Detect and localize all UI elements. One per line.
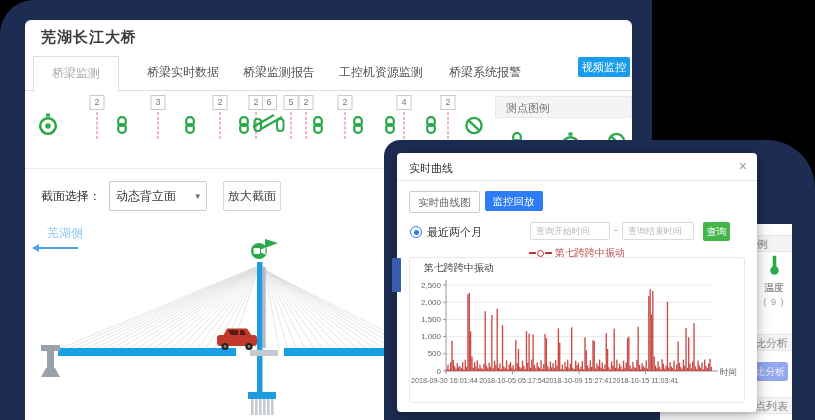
vibration-chart: 05001,0001,5002,0002,5002018-09-30 16:01… <box>410 275 744 403</box>
svg-text:2018-10-05 05:17:54: 2018-10-05 05:17:54 <box>479 376 546 385</box>
bridge-deck-left <box>58 348 236 356</box>
legend-marker-icon <box>529 252 536 254</box>
tab-monitor-playback[interactable]: 监控回放 <box>485 191 543 211</box>
temperature-label: 温度 <box>756 281 792 295</box>
svg-text:500: 500 <box>428 349 442 358</box>
recent-two-months-label: 最近两个月 <box>427 225 482 240</box>
legend-circle-icon <box>537 250 544 257</box>
query-button[interactable]: 查询 <box>703 222 730 241</box>
bridge-tower-back <box>263 267 266 348</box>
close-icon[interactable]: × <box>739 158 747 174</box>
svg-text:2018-09-30 16:01:44: 2018-09-30 16:01:44 <box>411 376 478 385</box>
temperature-count: ( 9 ) <box>756 297 792 307</box>
modal-header: 实时曲线 × <box>397 153 757 181</box>
chart-title: 第七跨跨中振动 <box>424 261 494 275</box>
bridge-tower <box>257 262 263 392</box>
start-time-input[interactable] <box>530 222 610 240</box>
bridge-abutment <box>41 345 60 377</box>
chart-panel: 第七跨跨中振动 05001,0001,5002,0002,5002018-09-… <box>409 257 745 403</box>
date-separator: - <box>611 224 621 235</box>
modal-side-handle[interactable] <box>392 258 401 292</box>
tab-realtime-curve[interactable]: 实时曲线图 <box>409 191 480 213</box>
svg-text:2,000: 2,000 <box>421 298 442 307</box>
camera-icon[interactable] <box>251 239 278 259</box>
recent-two-months-radio[interactable] <box>410 226 422 238</box>
svg-text:2018-10-09 15:27:41: 2018-10-09 15:27:41 <box>546 376 613 385</box>
svg-text:2,500: 2,500 <box>421 281 442 290</box>
legend-marker-icon <box>545 252 552 254</box>
thermometer-icon <box>768 254 781 276</box>
realtime-curve-modal: 实时曲线 × 实时曲线图 监控回放 最近两个月 - 查询 第七跨跨中振动 第七跨… <box>397 153 757 412</box>
modal-title: 实时曲线 <box>409 161 453 176</box>
temperature-block[interactable]: 温度 ( 9 ) <box>756 254 792 307</box>
car <box>217 329 257 351</box>
modal-tabs: 实时曲线图 监控回放 <box>409 191 543 213</box>
bridge-deck-joint <box>250 350 278 356</box>
svg-text:1,000: 1,000 <box>421 332 442 341</box>
svg-text:2018-10-15 11:03:41: 2018-10-15 11:03:41 <box>612 376 678 385</box>
bridge-pier-cap <box>248 392 276 399</box>
svg-text:时间: 时间 <box>720 367 737 377</box>
svg-text:1,500: 1,500 <box>421 315 442 324</box>
svg-text:0: 0 <box>437 367 442 376</box>
bridge-pier-piles <box>251 399 274 415</box>
end-time-input[interactable] <box>622 222 694 240</box>
query-controls: 最近两个月 - 查询 <box>397 221 757 243</box>
